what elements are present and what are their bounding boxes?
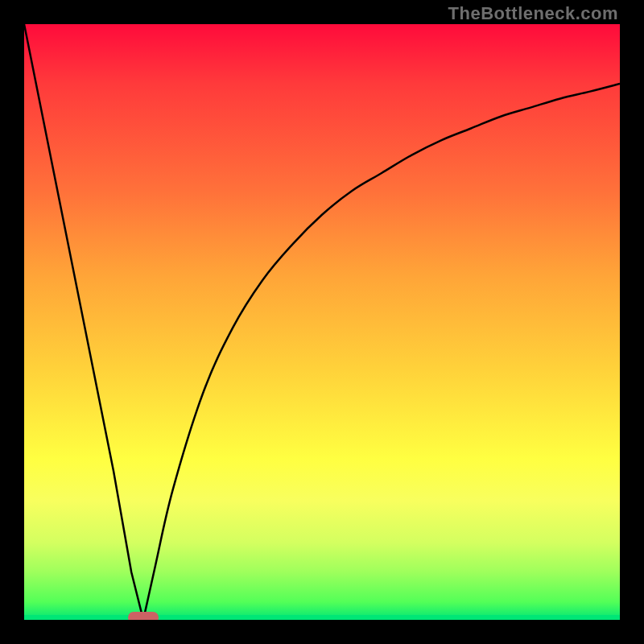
curve-left-branch (24, 24, 143, 620)
curve-right-branch (143, 84, 620, 620)
plot-area (24, 24, 620, 620)
chart-frame: TheBottleneck.com (0, 0, 644, 644)
vertex-marker (128, 612, 159, 620)
bottleneck-curve (24, 24, 620, 620)
watermark-text: TheBottleneck.com (448, 3, 618, 24)
